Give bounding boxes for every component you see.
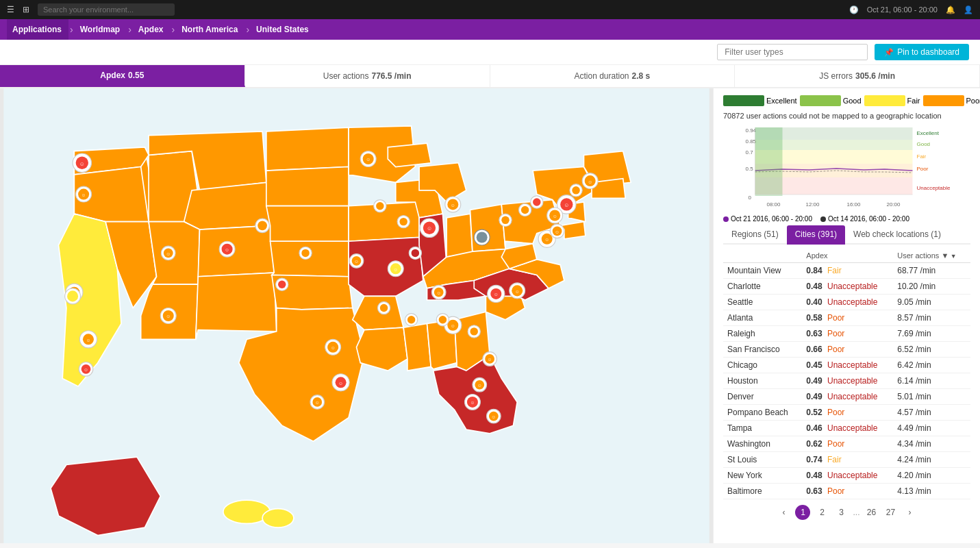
legend-color-poor — [923, 95, 964, 106]
city-name: Washington — [723, 436, 802, 452]
pagination-page-27[interactable]: 27 — [883, 505, 899, 520]
pagination-page-3[interactable]: 3 — [833, 505, 849, 520]
legend-color-fair — [864, 95, 905, 106]
apdex-cell: 0.62 Poor — [802, 436, 893, 452]
filter-user-types-input[interactable] — [717, 44, 868, 60]
svg-text:☺: ☺ — [564, 202, 569, 208]
legend-label-fair: Fair — [907, 97, 920, 105]
action-duration-value: 2.8 s — [632, 71, 651, 81]
breadcrumb-worldmap[interactable]: Worldmap — [75, 19, 127, 40]
chart-dot-previous — [820, 216, 826, 222]
unmapped-notice: 70872 user actions could not be mapped t… — [723, 112, 970, 120]
legend: Excellent Good Fair Poor Unacceptable — [723, 95, 970, 106]
search-input[interactable] — [38, 3, 175, 16]
table-row[interactable]: St Louis 0.74 Fair 4.24 /min — [723, 452, 970, 468]
table-row[interactable]: Baltimore 0.63 Poor 4.13 /min — [723, 484, 970, 499]
metric-tab-apdex[interactable]: Apdex 0.55 — [0, 65, 245, 87]
svg-point-103 — [521, 206, 529, 214]
table-row[interactable]: Seattle 0.40 Unacceptable 9.05 /min — [723, 295, 970, 310]
user-icon[interactable]: 👤 — [964, 5, 973, 14]
svg-text:20:00: 20:00 — [887, 201, 901, 208]
table-row[interactable]: Pompano Beach 0.52 Poor 4.57 /min — [723, 405, 970, 421]
table-row[interactable]: Washington 0.62 Poor 4.34 /min — [723, 436, 970, 452]
metric-tab-js-errors[interactable]: JS errors 305.6 /min — [735, 65, 980, 87]
tab-regions[interactable]: Regions (51) — [723, 225, 787, 245]
topbar: ☰ ⊞ 🕐 Oct 21, 06:00 - 20:00 🔔 👤 — [0, 0, 980, 19]
pagination: ‹ 1 2 3 ... 26 27 › — [723, 499, 970, 525]
user-actions-cell: 7.69 /min — [893, 326, 970, 342]
apdex-cell: 0.58 Poor — [802, 310, 893, 326]
hamburger-icon[interactable]: ☰ — [7, 5, 14, 14]
pagination-next[interactable]: › — [903, 505, 918, 520]
table-row[interactable]: Raleigh 0.63 Poor 7.69 /min — [723, 326, 970, 342]
legend-fair: Fair — [864, 95, 920, 106]
pagination-ellipsis: ... — [853, 508, 859, 517]
tab-web-check[interactable]: Web check locations (1) — [845, 225, 949, 245]
table-row[interactable]: Charlotte 0.48 Unacceptable 10.20 /min — [723, 279, 970, 295]
svg-point-121 — [67, 290, 78, 301]
svg-point-99 — [399, 218, 407, 225]
svg-text:☺: ☺ — [555, 229, 560, 234]
table-row[interactable]: Chicago 0.45 Unacceptable 6.42 /min — [723, 358, 970, 373]
notifications-icon[interactable]: 🔔 — [946, 5, 955, 14]
datetime-label: Oct 21, 06:00 - 20:00 — [867, 5, 938, 14]
metric-tab-user-actions[interactable]: User actions 776.5 /min — [245, 65, 490, 87]
svg-text:☺: ☺ — [225, 247, 229, 252]
map-area[interactable]: ☺ ☺ ☺ ☺ ☺ — [0, 88, 713, 543]
apdex-cell: 0.74 Fair — [802, 452, 893, 468]
city-name: Tampa — [723, 421, 802, 436]
grid-icon[interactable]: ⊞ — [23, 5, 29, 14]
pin-to-dashboard-button[interactable]: Pin to dashboard — [875, 44, 969, 60]
apdex-cell: 0.48 Unacceptable — [802, 468, 893, 484]
pagination-page-26[interactable]: 26 — [864, 505, 879, 520]
user-actions-cell: 5.01 /min — [893, 389, 970, 405]
pagination-prev[interactable]: ‹ — [776, 505, 791, 520]
apdex-cell: 0.63 Poor — [802, 484, 893, 499]
user-actions-label: User actions — [323, 71, 369, 81]
svg-text:☺: ☺ — [515, 289, 520, 294]
us-map: ☺ ☺ ☺ ☺ ☺ — [0, 88, 713, 543]
breadcrumb-united-states[interactable]: United States — [251, 19, 316, 40]
city-name: New York — [723, 468, 802, 484]
user-actions-value: 776.5 /min — [371, 71, 411, 81]
user-actions-cell: 4.34 /min — [893, 436, 970, 452]
svg-text:☺: ☺ — [553, 214, 557, 219]
table-header-row: Apdex User actions ▼ — [723, 249, 970, 263]
table-row[interactable]: New York 0.48 Unacceptable 4.20 /min — [723, 468, 970, 484]
svg-point-115 — [439, 316, 447, 323]
table-row[interactable]: Atlanta 0.58 Poor 8.57 /min — [723, 310, 970, 326]
svg-text:Excellent: Excellent — [917, 130, 940, 136]
breadcrumb-applications[interactable]: Applications — [7, 19, 68, 40]
breadcrumb-arrow-3: › — [172, 24, 175, 35]
city-name: Houston — [723, 373, 802, 389]
table-row[interactable]: Tampa 0.46 Unacceptable 4.49 /min — [723, 421, 970, 436]
breadcrumb-north-america[interactable]: North America — [176, 19, 244, 40]
user-actions-cell: 6.52 /min — [893, 342, 970, 358]
svg-point-93 — [301, 249, 309, 257]
table-row[interactable]: Denver 0.49 Unacceptable 5.01 /min — [723, 389, 970, 405]
city-name: Seattle — [723, 295, 802, 310]
svg-point-109 — [572, 186, 579, 194]
user-actions-cell: 6.42 /min — [893, 358, 970, 373]
breadcrumb-apdex[interactable]: Apdex — [133, 19, 171, 40]
user-actions-cell: 4.49 /min — [893, 421, 970, 436]
breadcrumb-arrow-1: › — [70, 24, 73, 35]
chart-svg: 0.94 0.85 0.7 0.5 0 Excellent Good Fair … — [723, 124, 970, 213]
metric-tab-action-duration[interactable]: Action duration 2.8 s — [490, 65, 736, 87]
legend-label-poor: Poor — [966, 97, 980, 105]
table-row[interactable]: Houston 0.49 Unacceptable 6.14 /min — [723, 373, 970, 389]
table-row[interactable]: Mountain View 0.84 Fair 68.77 /min — [723, 263, 970, 279]
user-actions-cell: 68.77 /min — [893, 263, 970, 279]
pagination-page-1[interactable]: 1 — [795, 505, 810, 520]
apdex-cell: 0.45 Unacceptable — [802, 358, 893, 373]
tab-cities[interactable]: Cities (391) — [787, 225, 845, 245]
table-row[interactable]: San Francisco 0.66 Poor 6.52 /min — [723, 342, 970, 358]
col-user-actions[interactable]: User actions ▼ — [893, 249, 970, 263]
svg-text:☺: ☺ — [488, 357, 492, 362]
chart-legend: Oct 21 2016, 06:00 - 20:00 Oct 14 2016, … — [723, 215, 970, 223]
legend-excellent: Excellent — [723, 95, 797, 106]
legend-poor: Poor — [923, 95, 980, 106]
svg-point-117 — [470, 327, 478, 335]
city-name: Raleigh — [723, 326, 802, 342]
pagination-page-2[interactable]: 2 — [814, 505, 829, 520]
